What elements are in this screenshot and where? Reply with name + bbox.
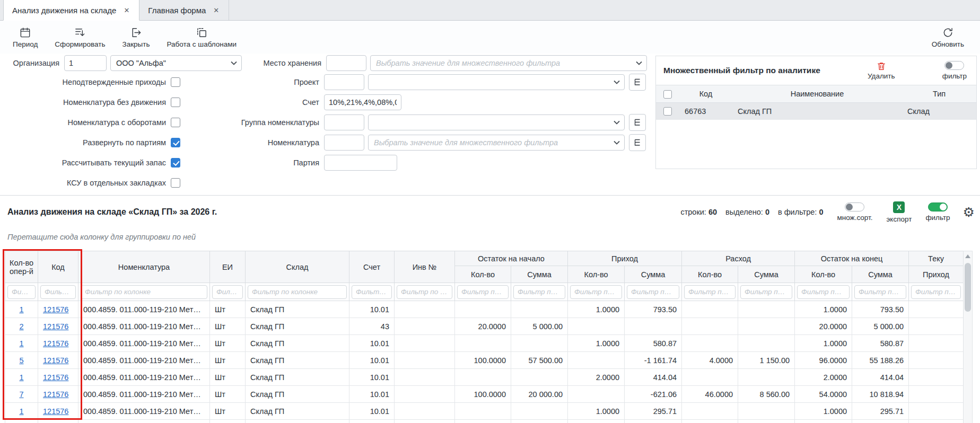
- nomenclature-code-input[interactable]: [324, 135, 364, 151]
- cell[interactable]: 1: [5, 403, 38, 420]
- column-header[interactable]: Сумма: [625, 266, 682, 283]
- project-select[interactable]: [368, 74, 625, 90]
- column-header[interactable]: Кол-во: [795, 266, 852, 283]
- tab-warehouse-analysis[interactable]: Анализ движения на складе ✕: [3, 0, 139, 21]
- cell[interactable]: 1: [5, 335, 38, 352]
- nomenclature-tree-button[interactable]: [629, 134, 646, 151]
- table-row[interactable]: 2121576000.4859. 011.000-119-210 Мет…ШтС…: [5, 420, 964, 423]
- operations-count-link[interactable]: 5: [19, 356, 23, 365]
- code-link[interactable]: 121576: [43, 305, 68, 314]
- cell[interactable]: 1: [5, 301, 38, 318]
- project-tree-button[interactable]: [629, 74, 646, 91]
- operations-count-link[interactable]: 1: [19, 373, 23, 382]
- scrollbar-thumb[interactable]: [965, 263, 971, 312]
- generate-button[interactable]: Сформировать: [55, 27, 105, 48]
- table-row[interactable]: 1121576000.4859. 011.000-119-210 Мет…ШтС…: [5, 335, 964, 352]
- table-row[interactable]: 2121576000.4859. 011.000-119-210 Мет…ШтС…: [5, 318, 964, 335]
- close-icon[interactable]: ✕: [122, 5, 130, 15]
- column-filter-input[interactable]: Фильтр по колонке: [352, 285, 392, 299]
- code-link[interactable]: 121576: [43, 390, 68, 399]
- column-filter-input[interactable]: Фильтр по колонке: [911, 285, 961, 299]
- column-filter-input[interactable]: Фильтр по колонке: [513, 285, 565, 299]
- column-filter-input[interactable]: Фильтр по колонке: [81, 285, 207, 299]
- table-row[interactable]: 1121576000.4859. 011.000-119-210 Мет…ШтС…: [5, 403, 964, 420]
- project-code-input[interactable]: [324, 74, 364, 90]
- code-link[interactable]: 121576: [43, 322, 68, 331]
- column-header[interactable]: Сумма: [852, 266, 909, 283]
- export-control[interactable]: X экспорт: [886, 201, 912, 223]
- column-filter-input[interactable]: Фильтр по колонке: [248, 285, 347, 299]
- column-header[interactable]: Кол-во: [568, 266, 625, 283]
- column-header[interactable]: ЕИ: [210, 251, 246, 283]
- close-form-button[interactable]: Закрыть: [122, 27, 150, 48]
- no-movement-checkbox[interactable]: [171, 98, 180, 107]
- vertical-scrollbar[interactable]: [963, 251, 973, 423]
- ksu-separate-tabs-checkbox[interactable]: [171, 178, 180, 188]
- cell[interactable]: 121576: [38, 352, 78, 369]
- column-header[interactable]: Склад: [246, 251, 349, 283]
- column-header[interactable]: Код: [679, 85, 732, 103]
- table-row[interactable]: 1121576000.4859. 011.000-119-210 Мет…ШтС…: [5, 369, 964, 386]
- cell[interactable]: 2: [5, 318, 38, 335]
- cell[interactable]: 5: [5, 352, 38, 369]
- row-checkbox[interactable]: [663, 107, 672, 116]
- column-header[interactable]: Кол-во: [682, 266, 738, 283]
- multisort-control[interactable]: множ.сорт.: [837, 202, 873, 222]
- operations-count-link[interactable]: 7: [19, 390, 23, 399]
- operations-count-link[interactable]: 1: [19, 407, 23, 416]
- cell[interactable]: 121576: [38, 301, 78, 318]
- column-filter-input[interactable]: Фильтр по колонке: [570, 285, 622, 299]
- tab-main-form[interactable]: Главная форма ✕: [139, 0, 229, 20]
- cell[interactable]: 7: [5, 386, 38, 403]
- cell[interactable]: 121576: [38, 369, 78, 386]
- table-row[interactable]: 7121576000.4859. 011.000-119-210 Мет…ШтС…: [5, 386, 964, 403]
- column-filter-input[interactable]: Фильтр по колонке: [797, 285, 850, 299]
- templates-button[interactable]: Работа с шаблонами: [167, 27, 237, 48]
- column-filter-input[interactable]: Фильтр по колонке: [627, 285, 679, 299]
- analytics-filter-toggle[interactable]: [944, 61, 964, 70]
- column-header[interactable]: Тип: [902, 85, 976, 103]
- cell[interactable]: 121576: [38, 335, 78, 352]
- column-header[interactable]: Кол-во: [455, 266, 511, 283]
- scroll-up-icon[interactable]: [965, 254, 970, 258]
- column-header[interactable]: Номенклатура: [78, 251, 210, 283]
- code-link[interactable]: 121576: [43, 407, 68, 416]
- operations-count-link[interactable]: 2: [19, 322, 23, 331]
- operations-count-link[interactable]: 1: [19, 305, 23, 314]
- cell[interactable]: 121576: [38, 386, 78, 403]
- column-filter-input[interactable]: Фильтр по колонке: [212, 285, 243, 299]
- code-link[interactable]: 121576: [43, 356, 68, 365]
- period-button[interactable]: Период: [13, 27, 38, 48]
- nomenclature-group-select[interactable]: [368, 114, 625, 130]
- nomenclature-group-code-input[interactable]: [324, 114, 364, 130]
- column-header[interactable]: Сумма: [511, 266, 568, 283]
- column-header[interactable]: Сумма: [738, 266, 795, 283]
- column-header[interactable]: Наименование: [732, 85, 902, 103]
- close-icon[interactable]: ✕: [212, 5, 220, 15]
- storage-multifilter-select[interactable]: Выбрать значение для множественного филь…: [370, 55, 647, 71]
- organization-code-input[interactable]: [64, 55, 107, 71]
- account-input[interactable]: [324, 94, 401, 110]
- cell[interactable]: 121576: [38, 403, 78, 420]
- operations-count-link[interactable]: 1: [19, 339, 23, 348]
- unconfirmed-receipts-checkbox[interactable]: [171, 77, 180, 87]
- cell[interactable]: 121576: [38, 420, 78, 423]
- select-all-checkbox[interactable]: [663, 90, 672, 99]
- batch-input[interactable]: [324, 155, 397, 171]
- column-header[interactable]: Приход: [909, 266, 963, 283]
- table-row[interactable]: 5121576000.4859. 011.000-119-210 Мет…ШтС…: [5, 352, 964, 369]
- current-stock-checkbox[interactable]: [171, 158, 180, 168]
- organization-select[interactable]: ООО "Альфа": [110, 55, 242, 71]
- code-link[interactable]: 121576: [43, 373, 68, 382]
- delete-button[interactable]: Удалить: [868, 61, 895, 80]
- column-header[interactable]: Код: [38, 251, 78, 283]
- refresh-button[interactable]: Обновить: [932, 27, 964, 48]
- with-turnover-checkbox[interactable]: [171, 118, 180, 127]
- cell[interactable]: 121576: [38, 318, 78, 335]
- grid-filter-toggle[interactable]: [928, 202, 948, 212]
- cell[interactable]: 2: [5, 420, 38, 423]
- cell[interactable]: 1: [5, 369, 38, 386]
- column-filter-input[interactable]: Фильтр по колонке: [397, 285, 452, 299]
- column-header[interactable]: Счет: [349, 251, 395, 283]
- column-filter-input[interactable]: Фильтр по колонке: [7, 285, 36, 299]
